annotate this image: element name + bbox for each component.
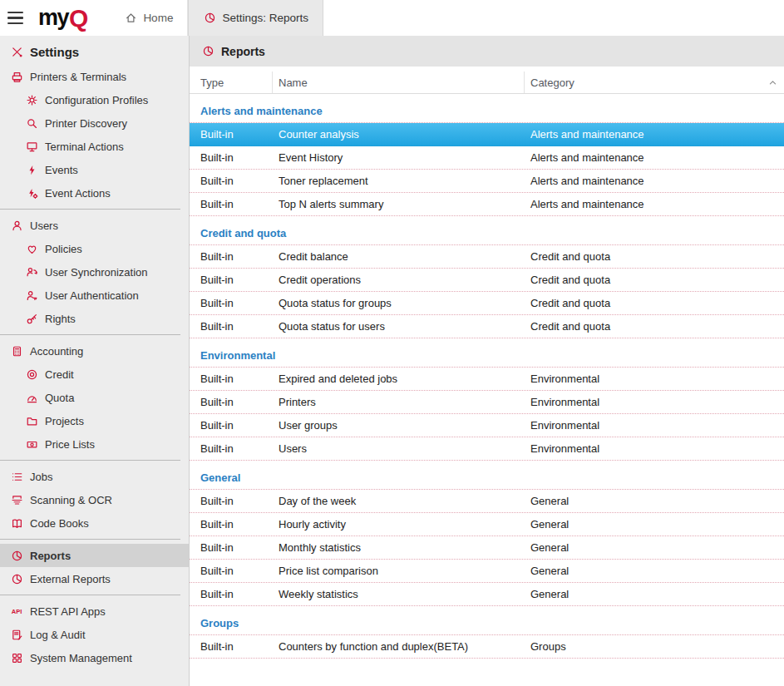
settings-icon <box>10 46 23 59</box>
group-header-label: Credit and quota <box>200 227 286 239</box>
cell-category: General <box>525 490 784 512</box>
cell-name: Quota status for groups <box>273 292 525 314</box>
table-group-header-credit-and-quota[interactable]: Credit and quota <box>190 227 784 245</box>
table-row-quota-status-for-users[interactable]: Built-inQuota status for usersCredit and… <box>190 315 784 338</box>
sidebar-item-user-synchronization[interactable]: User Synchronization <box>0 260 189 284</box>
tab-home[interactable]: Home <box>110 0 188 36</box>
table-row-credit-operations[interactable]: Built-inCredit operationsCredit and quot… <box>190 269 784 292</box>
sidebar-item-price-lists[interactable]: Price Lists <box>0 432 189 456</box>
sidebar-item-label: Users <box>30 220 58 232</box>
table-row-top-n-alerts-summary[interactable]: Built-inTop N alerts summaryAlerts and m… <box>190 193 784 216</box>
sidebar-item-rights[interactable]: Rights <box>0 307 189 330</box>
cell-category: Credit and quota <box>525 269 784 291</box>
cell-type: Built-in <box>190 123 273 146</box>
sidebar-item-terminal-actions[interactable]: Terminal Actions <box>0 135 189 158</box>
sidebar-item-rest-api-apps[interactable]: APIREST API Apps <box>0 600 189 623</box>
sidebar-item-label: Printers & Terminals <box>30 71 126 83</box>
cell-type: Built-in <box>190 315 273 338</box>
sidebar-item-reports[interactable]: Reports <box>0 544 189 567</box>
cell-type: Built-in <box>190 170 273 192</box>
column-header-category[interactable]: Category <box>525 72 784 93</box>
hamburger-menu-icon[interactable] <box>7 0 29 36</box>
table-row-users[interactable]: Built-inUsersEnvironmental <box>190 437 784 461</box>
column-header-name[interactable]: Name <box>273 72 525 93</box>
scanning-icon <box>10 493 23 506</box>
table-row-monthly-statistics[interactable]: Built-inMonthly statisticsGeneral <box>190 536 784 560</box>
table-row-hourly-activity[interactable]: Built-inHourly activityGeneral <box>190 513 784 536</box>
table-row-credit-balance[interactable]: Built-inCredit balanceCredit and quota <box>190 245 784 269</box>
column-header-type[interactable]: Type <box>190 72 273 93</box>
content-row: Settings Printers & TerminalsConfigurati… <box>0 36 784 686</box>
group-header-label: Environmental <box>200 349 275 362</box>
sidebar-item-events[interactable]: Events <box>0 158 189 181</box>
table-row-event-history[interactable]: Built-inEvent HistoryAlerts and maintena… <box>190 146 784 170</box>
table-row-day-of-the-week[interactable]: Built-inDay of the weekGeneral <box>190 490 784 513</box>
sidebar-item-system-management[interactable]: System Management <box>0 646 189 669</box>
cell-name: Price list comparison <box>273 560 525 582</box>
cell-name: Day of the week <box>273 490 525 512</box>
table-row-printers[interactable]: Built-inPrintersEnvironmental <box>190 391 784 414</box>
cell-category: Credit and quota <box>525 245 784 268</box>
table-row-user-groups[interactable]: Built-inUser groupsEnvironmental <box>190 414 784 437</box>
sidebar-item-printers-terminals[interactable]: Printers & Terminals <box>0 65 189 88</box>
sidebar-item-users[interactable]: Users <box>0 214 189 237</box>
cell-name: Weekly statistics <box>273 583 525 605</box>
sidebar-item-accounting[interactable]: Accounting <box>0 339 189 363</box>
price-lists-icon <box>25 437 38 451</box>
cell-category: General <box>525 560 784 582</box>
table-group-header-general[interactable]: General <box>190 471 784 490</box>
sidebar-item-label: Projects <box>45 415 84 427</box>
sidebar-item-label: Printer Discovery <box>45 117 127 130</box>
cell-name: Counter analysis <box>273 123 525 146</box>
tab-settings-reports[interactable]: Settings: Reports <box>188 0 323 36</box>
table-row-price-list-comparison[interactable]: Built-inPrice list comparisonGeneral <box>190 560 784 583</box>
cell-name: Credit operations <box>273 269 525 291</box>
sidebar-item-credit[interactable]: Credit <box>0 363 189 386</box>
sidebar-item-projects[interactable]: Projects <box>0 409 189 432</box>
sidebar-item-policies[interactable]: Policies <box>0 237 189 260</box>
credit-icon <box>25 368 38 381</box>
lightning-gear-icon <box>25 186 38 200</box>
projects-icon <box>25 414 38 427</box>
sidebar-item-label: REST API Apps <box>30 605 106 618</box>
user-auth-icon <box>25 289 38 302</box>
table-row-expired-and-deleted-jobs[interactable]: Built-inExpired and deleted jobsEnvironm… <box>190 368 784 391</box>
table-row-counters-by-function-and-duplex-beta[interactable]: Built-inCounters by function and duplex(… <box>190 635 784 659</box>
sidebar-item-label: Reports <box>30 550 71 562</box>
cell-name: Credit balance <box>273 245 525 268</box>
myq-logo[interactable]: myQ <box>38 0 88 36</box>
sidebar-item-label: Configuration Profiles <box>45 94 148 106</box>
sidebar-item-configuration-profiles[interactable]: Configuration Profiles <box>0 88 189 111</box>
heart-icon <box>25 242 38 255</box>
cell-type: Built-in <box>190 368 273 390</box>
sidebar-item-log-audit[interactable]: Log & Audit <box>0 623 189 646</box>
table-row-counter-analysis[interactable]: Built-inCounter analysisAlerts and maint… <box>190 123 784 146</box>
sidebar-item-label: Policies <box>45 243 82 255</box>
sidebar-item-external-reports[interactable]: External Reports <box>0 567 189 590</box>
sidebar-divider <box>0 334 180 335</box>
table-group-header-alerts-and-maintenance[interactable]: Alerts and maintenance <box>190 105 784 123</box>
sidebar-item-user-authentication[interactable]: User Authentication <box>0 284 189 307</box>
cell-name: Monthly statistics <box>273 536 525 559</box>
table-group-header-environmental[interactable]: Environmental <box>190 349 784 368</box>
cell-name: Toner replacement <box>273 170 525 192</box>
column-header-label: Name <box>279 76 308 89</box>
sidebar-item-quota[interactable]: Quota <box>0 386 189 409</box>
cell-type: Built-in <box>190 245 273 268</box>
sidebar-item-scanning-ocr[interactable]: Scanning & OCR <box>0 488 189 511</box>
sidebar: Settings Printers & TerminalsConfigurati… <box>0 36 190 686</box>
sidebar-item-printer-discovery[interactable]: Printer Discovery <box>0 111 189 135</box>
reports-icon <box>203 12 216 25</box>
table-row-toner-replacement[interactable]: Built-inToner replacementAlerts and main… <box>190 170 784 193</box>
cell-type: Built-in <box>190 583 273 605</box>
cell-name: Top N alerts summary <box>273 193 525 215</box>
sidebar-nav: Printers & TerminalsConfiguration Profil… <box>0 65 189 669</box>
main-panel: Reports Type Name Category Alerts and ma… <box>190 36 784 686</box>
table-row-weekly-statistics[interactable]: Built-inWeekly statisticsGeneral <box>190 583 784 606</box>
table-row-quota-status-for-groups[interactable]: Built-inQuota status for groupsCredit an… <box>190 292 784 315</box>
table-group-header-groups[interactable]: Groups <box>190 617 784 635</box>
sidebar-item-event-actions[interactable]: Event Actions <box>0 181 189 205</box>
sidebar-item-code-books[interactable]: Code Books <box>0 511 189 535</box>
quota-icon <box>25 391 38 404</box>
sidebar-item-jobs[interactable]: Jobs <box>0 465 189 488</box>
